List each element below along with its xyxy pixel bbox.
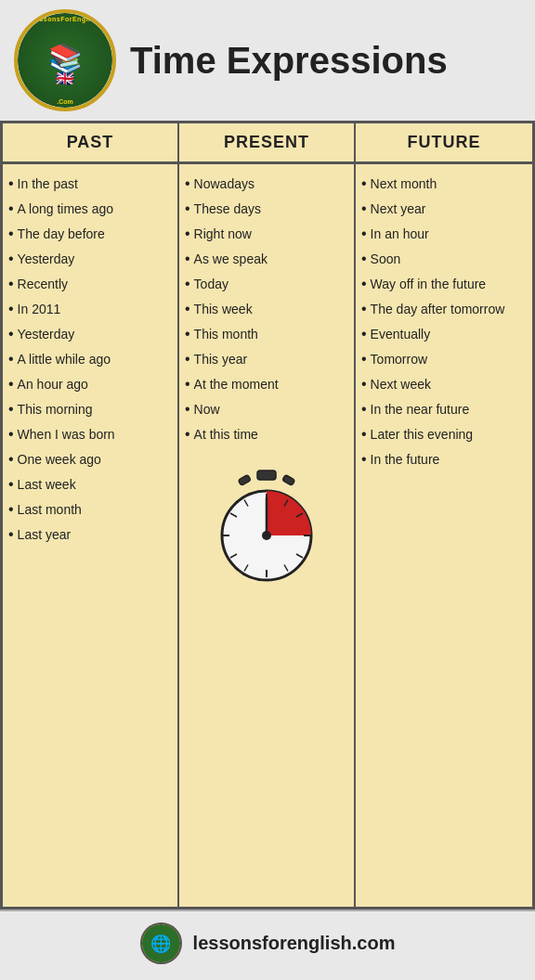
list-item: This morning bbox=[8, 397, 172, 422]
list-item: Today bbox=[185, 272, 348, 297]
list-item: In an hour bbox=[361, 222, 527, 247]
list-item: Later this evening bbox=[361, 422, 527, 447]
list-item: The day after tomorrow bbox=[361, 297, 527, 322]
past-column: In the past A long times ago The day bef… bbox=[3, 164, 179, 907]
list-item: In the past bbox=[8, 172, 172, 197]
list-item: In the future bbox=[361, 447, 527, 472]
page-title: Time Expressions bbox=[130, 40, 448, 82]
present-header: PRESENT bbox=[179, 123, 356, 164]
header: LessonsForEnglish 📚 🇬🇧 .Com Time Express… bbox=[0, 0, 535, 121]
main-table: PAST PRESENT FUTURE In the past A long t… bbox=[0, 121, 535, 909]
table-header: PAST PRESENT FUTURE bbox=[3, 123, 532, 164]
list-item: These days bbox=[185, 197, 348, 222]
past-list: In the past A long times ago The day bef… bbox=[8, 172, 172, 548]
list-item: Now bbox=[185, 397, 348, 422]
stopwatch-icon bbox=[211, 466, 322, 587]
list-item: Last month bbox=[8, 497, 172, 522]
table-body: In the past A long times ago The day bef… bbox=[3, 164, 532, 907]
list-item: Yesterday bbox=[8, 322, 172, 347]
list-item: This year bbox=[185, 347, 348, 372]
list-item: Last week bbox=[8, 472, 172, 497]
logo-inner: LessonsForEnglish 📚 🇬🇧 .Com bbox=[18, 13, 112, 108]
logo-bottom-text: .Com bbox=[18, 98, 112, 105]
list-item: An hour ago bbox=[8, 372, 172, 397]
list-item: Last year bbox=[8, 522, 172, 548]
list-item: A little while ago bbox=[8, 347, 172, 372]
list-item: When I was born bbox=[8, 422, 172, 447]
list-item: This week bbox=[185, 297, 348, 322]
svg-rect-0 bbox=[257, 471, 276, 480]
list-item: At this time bbox=[185, 422, 348, 447]
future-column: Next month Next year In an hour Soon Way… bbox=[356, 164, 532, 907]
list-item: One week ago bbox=[8, 447, 172, 472]
logo-flag-icon: 🇬🇧 bbox=[56, 70, 74, 87]
future-header: FUTURE bbox=[356, 123, 532, 164]
logo: LessonsForEnglish 📚 🇬🇧 .Com bbox=[14, 9, 116, 111]
list-item: At the moment bbox=[185, 372, 348, 397]
logo-top-text: LessonsForEnglish bbox=[18, 16, 112, 22]
list-item: In the near future bbox=[361, 397, 527, 422]
list-item: Yesterday bbox=[8, 247, 172, 272]
list-item: A long times ago bbox=[8, 197, 172, 222]
list-item: Right now bbox=[185, 222, 348, 247]
stopwatch-area bbox=[185, 447, 348, 605]
footer-logo: 🌐 bbox=[140, 922, 182, 964]
present-column: Nowadays These days Right now As we spea… bbox=[179, 164, 356, 907]
footer-url: lessonsforenglish.com bbox=[193, 933, 396, 954]
list-item: In 2011 bbox=[8, 297, 172, 322]
footer: 🌐 lessonsforenglish.com bbox=[0, 909, 535, 975]
list-item: Next month bbox=[361, 172, 527, 197]
past-header: PAST bbox=[3, 123, 179, 164]
list-item: Soon bbox=[361, 247, 527, 272]
list-item: Tomorrow bbox=[361, 347, 527, 372]
list-item: The day before bbox=[8, 222, 172, 247]
svg-rect-2 bbox=[282, 474, 295, 485]
future-list: Next month Next year In an hour Soon Way… bbox=[361, 172, 527, 472]
list-item: As we speak bbox=[185, 247, 348, 272]
list-item: This month bbox=[185, 322, 348, 347]
footer-globe-icon: 🌐 bbox=[150, 934, 171, 954]
present-list: Nowadays These days Right now As we spea… bbox=[185, 172, 348, 447]
list-item: Eventually bbox=[361, 322, 527, 347]
list-item: Next year bbox=[361, 197, 527, 222]
list-item: Nowadays bbox=[185, 172, 348, 197]
list-item: Recently bbox=[8, 272, 172, 297]
list-item: Next week bbox=[361, 372, 527, 397]
svg-rect-1 bbox=[238, 474, 251, 485]
list-item: Way off in the future bbox=[361, 272, 527, 297]
